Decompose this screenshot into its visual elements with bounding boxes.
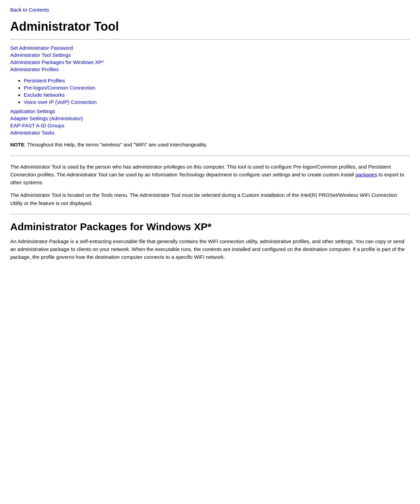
- divider-3: [10, 214, 410, 214]
- toc-item-3: Administrator Packages for Windows XP*: [10, 59, 410, 65]
- toc-link-admin-tasks[interactable]: Administrator Tasks: [10, 130, 55, 136]
- toc-link-set-admin-password[interactable]: Set Administrator Password: [10, 45, 73, 51]
- toc-secondary-list: Application Settings Adapter Settings (A…: [10, 108, 410, 136]
- toc-link-app-settings[interactable]: Application Settings: [10, 108, 55, 114]
- toc-link-adapter-settings[interactable]: Adapter Settings (Administrator): [10, 115, 83, 121]
- toc-link-pre-logon[interactable]: Pre-logon/Common Connection: [24, 85, 95, 91]
- note-label: NOTE: [10, 142, 25, 147]
- toc-link-admin-profiles[interactable]: Administrator Profiles: [10, 66, 59, 72]
- body-paragraph-2: The Administrator Tool is located on the…: [10, 191, 410, 207]
- page-title: Administrator Tool: [10, 19, 410, 34]
- toc-item-2: Administrator Tool Settings: [10, 52, 410, 58]
- note-block: NOTE: Throughout this Help, the terms "w…: [10, 141, 410, 149]
- toc-link-persistent-profiles[interactable]: Persistent Profiles: [24, 78, 65, 83]
- toc-link-admin-packages[interactable]: Administrator Packages for Windows XP*: [10, 59, 104, 65]
- body-p1-text-before: The Administrator Tool is used by the pe…: [10, 164, 391, 177]
- toc-section: Set Administrator Password Administrator…: [10, 45, 410, 136]
- toc-link-admin-tool-settings[interactable]: Administrator Tool Settings: [10, 52, 71, 58]
- toc-item-4: Administrator Profiles: [10, 66, 410, 72]
- toc-primary-list: Set Administrator Password Administrator…: [10, 45, 410, 72]
- toc-item-6: Adapter Settings (Administrator): [10, 115, 410, 121]
- toc-sub-item-3: Exclude Networks: [24, 92, 410, 98]
- toc-link-eap-fast[interactable]: EAP-FAST A-ID Groups: [10, 123, 64, 128]
- back-to-contents-link[interactable]: Back to Contents: [10, 7, 410, 13]
- toc-link-exclude-networks[interactable]: Exclude Networks: [24, 92, 65, 98]
- toc-sub-item-2: Pre-logon/Common Connection: [24, 85, 410, 91]
- divider-2: [10, 156, 410, 156]
- toc-sub-item-4: Voice over IP (VoIP) Connection: [24, 99, 410, 105]
- toc-item-5: Application Settings: [10, 108, 410, 114]
- toc-item-7: EAP-FAST A-ID Groups: [10, 123, 410, 128]
- section2-paragraph: An Administrator Package is a self-extra…: [10, 237, 410, 261]
- section2-title: Administrator Packages for Windows XP*: [10, 221, 410, 233]
- toc-sub-item-1: Persistent Profiles: [24, 78, 410, 83]
- toc-link-voip[interactable]: Voice over IP (VoIP) Connection: [24, 99, 97, 105]
- packages-link[interactable]: packages: [355, 172, 377, 177]
- toc-sub-list: Persistent Profiles Pre-logon/Common Con…: [10, 78, 410, 105]
- toc-item-1: Set Administrator Password: [10, 45, 410, 51]
- divider-1: [10, 39, 410, 40]
- body-paragraph-1: The Administrator Tool is used by the pe…: [10, 163, 410, 187]
- toc-item-8: Administrator Tasks: [10, 130, 410, 136]
- note-text: : Throughout this Help, the terms "wirel…: [25, 142, 207, 147]
